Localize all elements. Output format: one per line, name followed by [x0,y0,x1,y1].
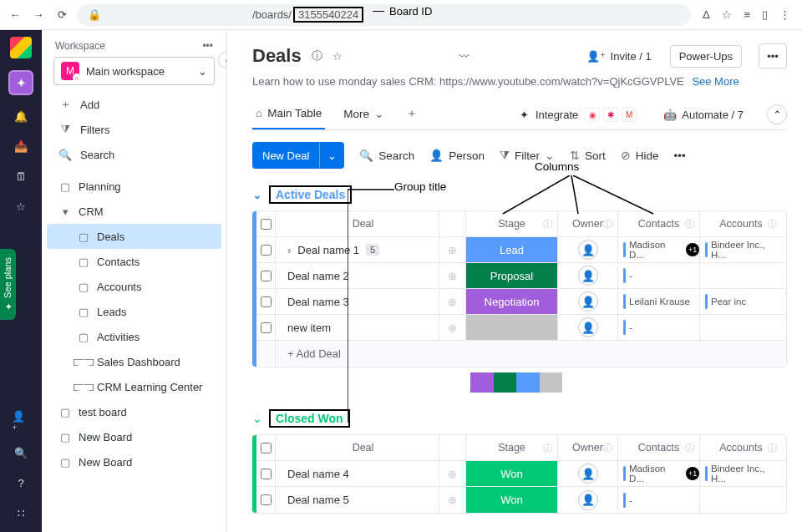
sidebar-item-sales-dashboard[interactable]: ⫍⫎Sales Dashboard [47,349,221,374]
group-title[interactable]: Active Deals [276,188,345,201]
bell-icon[interactable]: 🔔 [12,107,30,125]
automate-button[interactable]: 🤖Automate / 7 [663,109,744,121]
back-icon[interactable]: ← [7,8,23,21]
accounts-cell[interactable] [700,263,782,288]
search-button[interactable]: 🔍Search [47,142,221,167]
contacts-cell[interactable]: - [618,263,700,288]
stage-cell[interactable]: Proposal [466,263,558,288]
person-filter-button[interactable]: 👤Person [429,149,485,162]
contacts-cell[interactable]: Madison D...+1 [618,461,700,486]
workspace-menu-icon[interactable]: ••• [202,40,213,52]
integration-app-icon[interactable]: ◉ [585,107,600,122]
add-subitem-icon[interactable]: ⊕ [448,244,457,256]
owner-cell[interactable]: 👤 [558,237,618,262]
workspace-avatar[interactable]: ✦ [8,70,33,95]
search-toolbar-button[interactable]: 🔍Search [359,149,414,162]
accounts-cell[interactable]: Bindeer Inc., H... [700,461,782,486]
forward-icon[interactable]: → [30,8,47,21]
stage-cell[interactable]: Lead [466,237,558,262]
sidebar-item-crm[interactable]: ▾CRM [47,199,221,224]
invite-button[interactable]: 👤⁺Invite / 1 [586,50,652,63]
table-row[interactable]: ›Deal name 15 ⊕ Lead 👤 Madison D...+1 Bi… [252,237,786,263]
sidebar-item-new-board[interactable]: ▢New Board [47,424,221,449]
app-logo[interactable] [10,37,32,58]
collapse-header-button[interactable]: ⌃ [767,104,787,124]
sidebar-item-contacts[interactable]: ▢Contacts [47,249,221,274]
add-item-row[interactable]: + Add Deal [252,341,786,367]
owner-cell[interactable]: 👤 [558,487,618,513]
invite-user-icon[interactable]: 👤⁺ [12,413,30,432]
tab-main-table[interactable]: ⌂Main Table [252,100,325,129]
sidebar-item-leads[interactable]: ▢Leads [47,299,221,324]
stage-cell[interactable]: Won [466,487,558,513]
accounts-cell[interactable]: Bindeer Inc., H... [700,237,782,262]
tab-more[interactable]: More⌄ [340,100,388,129]
accounts-cell[interactable]: Pear inc [700,289,782,314]
new-deal-dropdown[interactable]: ⌄ [319,142,344,169]
integration-gmail-icon[interactable]: M [622,107,637,122]
table-row[interactable]: Deal name 4 ⊕ Won 👤 Madison D...+1 Binde… [252,461,786,487]
select-all-checkbox[interactable] [261,219,272,230]
table-row[interactable]: Deal name 3 ⊕ Negotiation 👤 Leilani Krau… [252,289,786,315]
calendar-icon[interactable]: 🗓 [12,167,30,185]
reload-icon[interactable]: ⟳ [53,8,70,21]
contacts-cell[interactable]: Leilani Krause [618,289,700,314]
add-button[interactable]: ＋Add [47,92,221,117]
favorite-icon[interactable]: ☆ [332,50,343,63]
panel-icon[interactable]: ▯ [762,8,768,21]
row-checkbox[interactable] [261,296,272,307]
owner-cell[interactable]: 👤 [558,263,618,288]
stage-cell[interactable]: Negotiation [466,289,558,314]
add-subitem-icon[interactable]: ⊕ [448,468,457,480]
sidebar-item-accounts[interactable]: ▢Accounts [47,274,221,299]
star-icon[interactable]: ☆ [722,8,732,21]
inbox-icon[interactable]: 📥 [12,137,30,155]
collapse-group-icon[interactable]: ⌄ [252,188,262,201]
workspace-selector[interactable]: M⌂ Main workspace ⌄ [53,57,215,85]
sidebar-item-planning[interactable]: ▢Planning [47,174,221,199]
tab-add[interactable]: ＋ [403,99,421,129]
expand-icon[interactable]: › [287,244,291,256]
menu-icon[interactable]: ⋮ [779,8,790,21]
collapse-sidebar-button[interactable]: ‹ [218,52,227,68]
owner-cell[interactable]: 👤 [558,289,618,314]
share-icon[interactable]: ᐃ [703,8,710,21]
integrate-button[interactable]: ✦Integrate ◉ ✱ M [520,107,637,122]
integration-slack-icon[interactable]: ✱ [603,107,618,122]
filters-button[interactable]: ⧩Filters [47,117,221,142]
search-nav-icon[interactable]: 🔍 [12,443,30,462]
toolbar-menu-button[interactable]: ••• [673,149,685,162]
owner-cell[interactable]: 👤 [558,461,618,486]
help-icon[interactable]: ? [12,474,30,492]
contacts-cell[interactable]: - [618,315,700,340]
info-icon[interactable]: ⓘ [312,48,322,63]
owner-cell[interactable]: 👤 [558,315,618,340]
sidebar-item-crm-learning-center[interactable]: ⫍⫎CRM Learning Center [47,374,221,399]
hide-button[interactable]: ⊘Hide [621,149,659,162]
row-checkbox[interactable] [261,271,272,281]
add-subitem-icon[interactable]: ⊕ [448,322,457,334]
add-subitem-icon[interactable]: ⊕ [448,270,457,282]
playlist-icon[interactable]: ≡ [744,8,750,21]
accounts-cell[interactable] [700,487,782,513]
row-checkbox[interactable] [261,322,272,333]
sidebar-item-deals[interactable]: ▢Deals [47,224,221,249]
add-subitem-icon[interactable]: ⊕ [448,296,457,308]
sidebar-item-new-board[interactable]: ▢New Board [47,449,221,474]
collapse-group-icon[interactable]: ⌄ [252,412,262,425]
filter-button[interactable]: ⧩Filter⌄ [500,149,555,162]
table-row[interactable]: Deal name 5 ⊕ Won 👤 - [252,487,786,513]
group-title[interactable]: Closed Won [276,412,343,425]
row-checkbox[interactable] [261,494,272,505]
address-bar[interactable]: 🔒 /boards/ 3155540224 [77,4,691,26]
sidebar-item-activities[interactable]: ▢Activities [47,324,221,349]
power-ups-button[interactable]: Power-Ups [670,45,742,68]
accounts-cell[interactable] [700,315,782,340]
new-deal-button[interactable]: New Deal ⌄ [252,142,344,169]
add-subitem-icon[interactable]: ⊕ [448,494,457,506]
see-plans-button[interactable]: ✦ See plans [0,249,16,320]
stage-cell[interactable]: Won [466,461,558,486]
select-all-checkbox[interactable] [261,443,272,453]
board-menu-button[interactable]: ••• [759,43,787,68]
row-checkbox[interactable] [261,469,272,479]
